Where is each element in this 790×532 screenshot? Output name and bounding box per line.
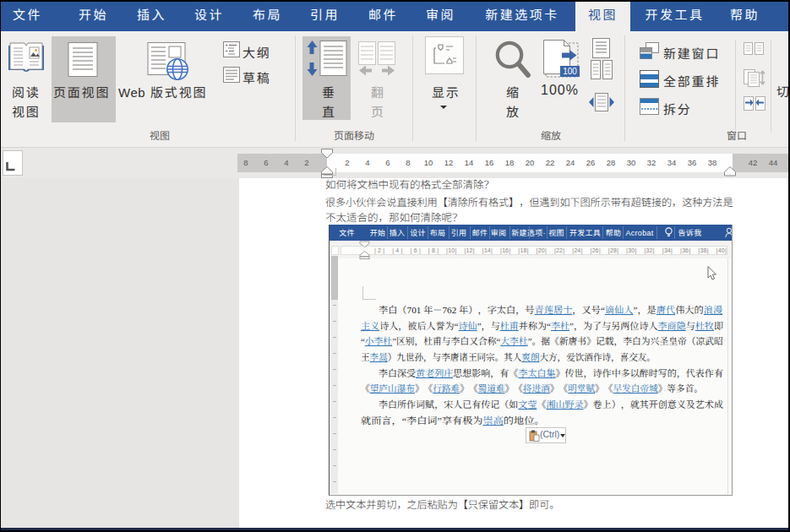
svg-text:100: 100 <box>563 67 577 76</box>
